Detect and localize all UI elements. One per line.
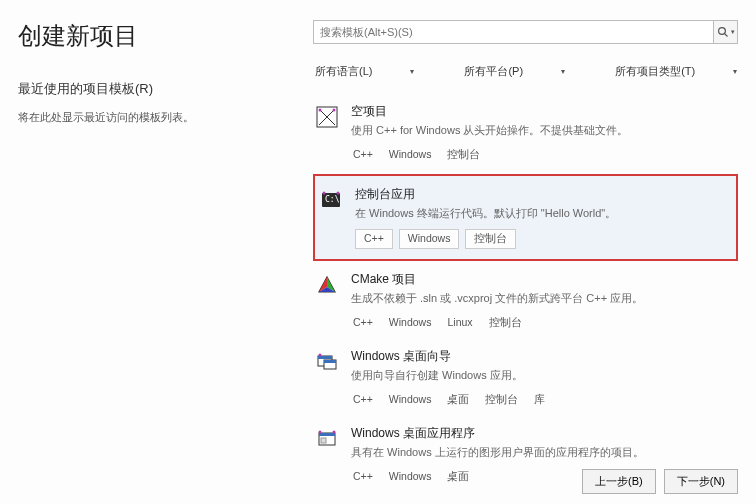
template-cmake[interactable]: CMake 项目 生成不依赖于 .sln 或 .vcxproj 文件的新式跨平台…: [313, 263, 738, 340]
filter-platform[interactable]: 所有平台(P) ▾: [464, 64, 565, 79]
cmake-icon: [315, 273, 339, 297]
search-icon: [717, 26, 729, 38]
template-desc: 具有在 Windows 上运行的图形用户界面的应用程序的项目。: [351, 445, 732, 460]
svg-rect-15: [319, 433, 335, 436]
search-input[interactable]: [313, 20, 714, 44]
recent-templates-label: 最近使用的项目模板(R): [18, 80, 313, 98]
svg-point-8: [337, 192, 340, 195]
template-title: Windows 桌面向导: [351, 348, 732, 365]
template-title: CMake 项目: [351, 271, 732, 288]
dropdown-caret-icon: ▾: [731, 28, 735, 36]
template-tag: 控制台: [487, 314, 530, 332]
template-desc: 使用向导自行创建 Windows 应用。: [351, 368, 732, 383]
template-tag: Windows: [387, 314, 440, 332]
template-tag: C++: [351, 146, 381, 164]
chevron-down-icon: ▾: [561, 67, 565, 76]
template-tag: Windows: [387, 146, 440, 164]
svg-point-0: [718, 28, 725, 35]
chevron-down-icon: ▾: [733, 67, 737, 76]
svg-point-18: [333, 431, 336, 434]
svg-rect-16: [321, 438, 326, 443]
template-desc: 在 Windows 终端运行代码。默认打印 "Hello World"。: [355, 206, 730, 221]
back-button[interactable]: 上一步(B): [582, 469, 656, 494]
template-tag: C++: [351, 391, 381, 409]
template-tag: 桌面: [445, 391, 477, 409]
svg-point-7: [323, 192, 326, 195]
template-tag: Linux: [445, 314, 480, 332]
template-console-app[interactable]: C:\ 控制台应用 在 Windows 终端运行代码。默认打印 "Hello W…: [313, 174, 738, 261]
template-tag: 控制台: [445, 146, 488, 164]
template-empty-project[interactable]: 空项目 使用 C++ for Windows 从头开始操作。不提供基础文件。 C…: [313, 95, 738, 172]
template-tag: 控制台: [465, 229, 516, 249]
filter-type[interactable]: 所有项目类型(T) ▾: [615, 64, 737, 79]
template-tag: 库: [532, 391, 553, 409]
svg-text:C:\: C:\: [325, 195, 340, 204]
svg-rect-12: [324, 360, 336, 363]
empty-project-icon: [315, 105, 339, 129]
filter-language-label: 所有语言(L): [315, 64, 372, 79]
desktop-app-icon: [315, 427, 339, 451]
template-desc: 生成不依赖于 .sln 或 .vcxproj 文件的新式跨平台 C++ 应用。: [351, 291, 732, 306]
svg-line-1: [724, 34, 727, 37]
template-tag: Windows: [387, 468, 440, 486]
next-button[interactable]: 下一步(N): [664, 469, 738, 494]
filter-platform-label: 所有平台(P): [464, 64, 523, 79]
svg-point-3: [319, 109, 322, 112]
template-desc: 使用 C++ for Windows 从头开始操作。不提供基础文件。: [351, 123, 732, 138]
console-app-icon: C:\: [319, 188, 343, 212]
filter-type-label: 所有项目类型(T): [615, 64, 695, 79]
desktop-wizard-icon: [315, 350, 339, 374]
template-desktop-wizard[interactable]: Windows 桌面向导 使用向导自行创建 Windows 应用。 C++ Wi…: [313, 340, 738, 417]
template-title: 空项目: [351, 103, 732, 120]
template-tag: 桌面: [445, 468, 477, 486]
template-tag: Windows: [387, 391, 440, 409]
template-tag: C++: [351, 314, 381, 332]
template-title: 控制台应用: [355, 186, 730, 203]
filter-language[interactable]: 所有语言(L) ▾: [315, 64, 414, 79]
search-button[interactable]: ▾: [714, 20, 738, 44]
recent-templates-hint: 将在此处显示最近访问的模板列表。: [18, 110, 313, 125]
svg-point-13: [319, 354, 322, 357]
svg-point-4: [333, 109, 336, 112]
template-tag: C++: [351, 468, 381, 486]
template-tag: C++: [355, 229, 393, 249]
page-title: 创建新项目: [18, 20, 313, 52]
svg-point-17: [319, 431, 322, 434]
template-tag: 控制台: [483, 391, 526, 409]
template-tag: Windows: [399, 229, 460, 249]
template-list: 空项目 使用 C++ for Windows 从头开始操作。不提供基础文件。 C…: [313, 95, 738, 504]
chevron-down-icon: ▾: [410, 67, 414, 76]
template-title: Windows 桌面应用程序: [351, 425, 732, 442]
